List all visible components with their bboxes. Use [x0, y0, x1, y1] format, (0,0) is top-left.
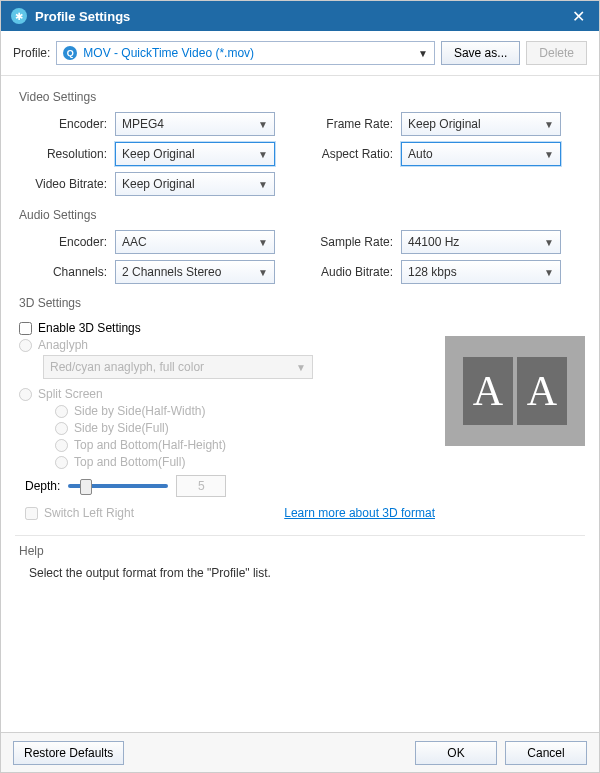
depth-row: Depth: 5: [25, 475, 435, 497]
video-bitrate-select[interactable]: Keep Original▼: [115, 172, 275, 196]
cancel-button[interactable]: Cancel: [505, 741, 587, 765]
preview-a-right: A: [517, 357, 567, 425]
chevron-down-icon: ▼: [258, 119, 268, 130]
chevron-down-icon: ▼: [258, 237, 268, 248]
tb-full-radio: Top and Bottom(Full): [55, 455, 435, 469]
depth-spinner: 5: [176, 475, 226, 497]
chevron-down-icon: ▼: [544, 149, 554, 160]
3d-preview: A A: [445, 336, 585, 446]
save-as-button[interactable]: Save as...: [441, 41, 520, 65]
aspect-ratio-select[interactable]: Auto▼: [401, 142, 561, 166]
restore-defaults-button[interactable]: Restore Defaults: [13, 741, 124, 765]
audio-bitrate-label: Audio Bitrate:: [305, 265, 401, 279]
preview-a-left: A: [463, 357, 513, 425]
chevron-down-icon: ▼: [544, 237, 554, 248]
audio-encoder-label: Encoder:: [15, 235, 115, 249]
video-settings-group: Video Settings Encoder: MPEG4▼ Frame Rat…: [15, 90, 585, 196]
chevron-down-icon: ▼: [418, 48, 428, 59]
anaglyph-radio: Anaglyph: [19, 338, 435, 352]
frame-rate-label: Frame Rate:: [305, 117, 401, 131]
channels-select[interactable]: 2 Channels Stereo▼: [115, 260, 275, 284]
audio-encoder-select[interactable]: AAC▼: [115, 230, 275, 254]
profile-label: Profile:: [13, 46, 50, 60]
content: Video Settings Encoder: MPEG4▼ Frame Rat…: [1, 76, 599, 732]
audio-settings-title: Audio Settings: [19, 208, 585, 222]
window-title: Profile Settings: [35, 9, 568, 24]
split-screen-radio: Split Screen: [19, 387, 435, 401]
sample-rate-select[interactable]: 44100 Hz▼: [401, 230, 561, 254]
chevron-down-icon: ▼: [258, 267, 268, 278]
anaglyph-option-select: Red/cyan anaglyph, full color▼: [43, 355, 313, 379]
audio-settings-group: Audio Settings Encoder: AAC▼ Sample Rate…: [15, 208, 585, 284]
resolution-label: Resolution:: [15, 147, 115, 161]
depth-label: Depth:: [25, 479, 60, 493]
learn-more-link[interactable]: Learn more about 3D format: [284, 506, 435, 520]
sbs-half-radio: Side by Side(Half-Width): [55, 404, 435, 418]
channels-label: Channels:: [15, 265, 115, 279]
quicktime-icon: Q: [63, 46, 77, 60]
enable-3d-checkbox[interactable]: Enable 3D Settings: [19, 321, 435, 335]
chevron-down-icon: ▼: [296, 362, 306, 373]
resolution-select[interactable]: Keep Original▼: [115, 142, 275, 166]
enable-3d-input[interactable]: [19, 322, 32, 335]
video-settings-title: Video Settings: [19, 90, 585, 104]
help-group: Help Select the output format from the "…: [15, 544, 585, 580]
footer: Restore Defaults OK Cancel: [1, 732, 599, 772]
profile-select[interactable]: Q MOV - QuickTime Video (*.mov) ▼: [56, 41, 435, 65]
video-encoder-label: Encoder:: [15, 117, 115, 131]
ok-button[interactable]: OK: [415, 741, 497, 765]
frame-rate-select[interactable]: Keep Original▼: [401, 112, 561, 136]
audio-bitrate-select[interactable]: 128 kbps▼: [401, 260, 561, 284]
chevron-down-icon: ▼: [258, 149, 268, 160]
aspect-ratio-label: Aspect Ratio:: [305, 147, 401, 161]
sample-rate-label: Sample Rate:: [305, 235, 401, 249]
chevron-down-icon: ▼: [258, 179, 268, 190]
separator: [15, 535, 585, 536]
delete-button: Delete: [526, 41, 587, 65]
tb-half-radio: Top and Bottom(Half-Height): [55, 438, 435, 452]
3d-settings-group: 3D Settings Enable 3D Settings Anaglyph …: [15, 296, 585, 523]
sbs-full-radio: Side by Side(Full): [55, 421, 435, 435]
profile-bar: Profile: Q MOV - QuickTime Video (*.mov)…: [1, 31, 599, 76]
chevron-down-icon: ▼: [544, 119, 554, 130]
depth-slider[interactable]: [68, 484, 168, 488]
chevron-down-icon: ▼: [544, 267, 554, 278]
help-title: Help: [19, 544, 585, 558]
app-icon: [11, 8, 27, 24]
switch-lr-checkbox: Switch Left Right: [25, 506, 134, 520]
video-bitrate-label: Video Bitrate:: [15, 177, 115, 191]
help-text: Select the output format from the "Profi…: [29, 566, 585, 580]
3d-settings-title: 3D Settings: [19, 296, 585, 310]
titlebar: Profile Settings ✕: [1, 1, 599, 31]
close-icon[interactable]: ✕: [568, 7, 589, 26]
video-encoder-select[interactable]: MPEG4▼: [115, 112, 275, 136]
profile-value: MOV - QuickTime Video (*.mov): [83, 46, 418, 60]
